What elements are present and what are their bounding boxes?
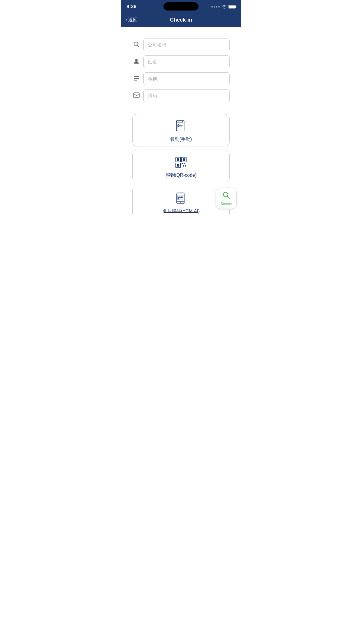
qr-checkin-label: 報到(QR-code) [166, 172, 197, 178]
back-label: 返回 [128, 17, 138, 23]
svg-point-2 [135, 59, 138, 61]
notch [164, 2, 198, 10]
card-scan-icon [173, 191, 189, 206]
svg-rect-16 [177, 164, 179, 167]
email-icon [132, 92, 140, 99]
checklist-icon [173, 119, 189, 134]
person-icon [132, 58, 140, 66]
card-scan-button[interactable]: 名片掃描(YCM AI) [132, 186, 230, 215]
main-content: 報到(手動) 報到(QR-code) [121, 27, 241, 215]
divider [132, 108, 230, 108]
svg-rect-20 [185, 165, 186, 167]
svg-rect-6 [133, 93, 139, 97]
company-input[interactable] [143, 38, 230, 51]
svg-rect-19 [183, 165, 184, 167]
manual-checkin-label: 報到(手動) [170, 136, 192, 143]
status-time: 8:36 [126, 4, 136, 10]
qrcode-icon [173, 155, 189, 170]
search-bottom-icon [222, 191, 230, 201]
email-field-group [132, 89, 230, 102]
svg-rect-5 [134, 80, 137, 80]
svg-point-34 [223, 192, 228, 197]
svg-rect-14 [183, 158, 185, 161]
svg-point-28 [181, 197, 182, 198]
page-title: Check-in [170, 17, 192, 23]
email-input[interactable] [143, 89, 230, 102]
battery-icon [229, 5, 236, 8]
company-field-group [132, 38, 230, 51]
svg-line-1 [138, 45, 139, 47]
back-chevron-icon: ‹ [125, 17, 127, 22]
search-icon [132, 41, 140, 49]
svg-rect-8 [178, 121, 180, 122]
status-bar: 8:36 [121, 0, 241, 13]
svg-rect-12 [177, 158, 179, 161]
nav-bar: ‹ 返回 Check-in [121, 13, 241, 27]
back-button[interactable]: ‹ 返回 [125, 17, 138, 23]
svg-point-29 [180, 202, 181, 203]
card-scan-label: 名片掃描(YCM AI) [162, 208, 200, 214]
home-indicator [164, 212, 198, 213]
svg-rect-17 [182, 163, 183, 164]
svg-rect-4 [134, 78, 139, 79]
qr-checkin-button[interactable]: 報到(QR-code) [132, 150, 230, 182]
svg-line-35 [228, 196, 230, 198]
svg-rect-3 [134, 76, 139, 77]
name-field-group [132, 55, 230, 68]
wifi-icon [222, 5, 227, 9]
status-icons [211, 5, 236, 9]
svg-rect-18 [184, 163, 185, 164]
search-label: Search [221, 202, 232, 206]
manual-checkin-button[interactable]: 報到(手動) [132, 114, 230, 146]
job-title-input[interactable] [143, 72, 230, 85]
title-field-group [132, 72, 230, 85]
svg-point-26 [178, 198, 179, 200]
title-icon [132, 75, 140, 83]
search-button[interactable]: Search [216, 188, 237, 209]
name-input[interactable] [143, 55, 230, 68]
signal-icon [211, 6, 220, 8]
